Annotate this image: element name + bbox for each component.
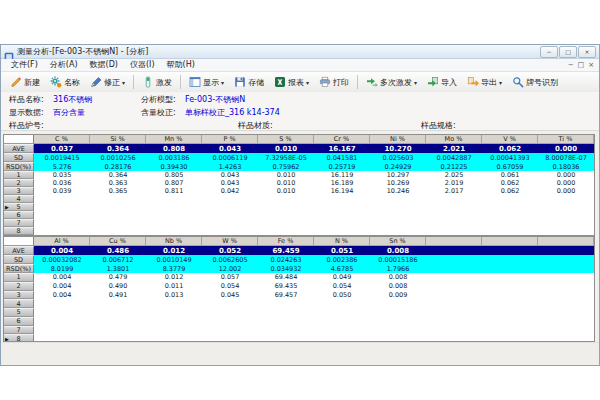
cell[interactable] xyxy=(146,227,202,235)
cell[interactable] xyxy=(482,219,538,227)
menu-item[interactable]: 分析(A) xyxy=(44,59,84,71)
column-header[interactable]: P % xyxy=(202,135,258,144)
cell[interactable] xyxy=(314,203,370,211)
cell[interactable]: 0.010 xyxy=(258,187,314,195)
cell[interactable] xyxy=(202,203,258,211)
row-header[interactable]: 8▶ xyxy=(4,334,34,342)
cell[interactable] xyxy=(90,317,146,326)
cell[interactable]: 1.4263 xyxy=(202,162,258,171)
toolbar-button-export[interactable]: 导出▾ xyxy=(462,73,507,92)
cell[interactable]: 0.75962 xyxy=(258,162,314,171)
cell[interactable] xyxy=(482,282,538,291)
cell[interactable] xyxy=(202,326,258,335)
cell[interactable]: 1.7966 xyxy=(370,264,426,273)
cell[interactable] xyxy=(90,211,146,219)
row-header[interactable]: SD xyxy=(4,255,34,264)
cell[interactable] xyxy=(482,227,538,235)
mdi-close-button[interactable]: × xyxy=(588,60,594,71)
row-header[interactable]: 2 xyxy=(4,179,34,187)
row-header[interactable]: 6 xyxy=(4,317,34,326)
cell[interactable]: 0.062 xyxy=(482,144,538,153)
cell[interactable] xyxy=(482,317,538,326)
cell[interactable] xyxy=(202,317,258,326)
cell[interactable] xyxy=(258,211,314,219)
cell[interactable] xyxy=(34,203,90,211)
cell[interactable]: 0.054 xyxy=(202,282,258,291)
cell[interactable]: 0.036 xyxy=(34,179,90,187)
row-header[interactable]: 5 xyxy=(4,308,34,317)
cell[interactable]: 0.24929 xyxy=(370,162,426,171)
toolbar-button-pencil[interactable]: 新建 xyxy=(5,73,45,92)
cell[interactable]: 69.484 xyxy=(258,273,314,282)
cell[interactable] xyxy=(34,299,90,308)
cell[interactable] xyxy=(538,282,594,291)
row-header[interactable]: 3 xyxy=(4,291,34,300)
column-header[interactable]: Sn % xyxy=(370,237,426,246)
cell[interactable]: 0.004 xyxy=(34,291,90,300)
cell[interactable]: 0.00032082 xyxy=(34,255,90,264)
row-header[interactable]: AVE xyxy=(4,144,34,153)
cell[interactable] xyxy=(34,334,90,342)
cell[interactable]: 0.25719 xyxy=(314,162,370,171)
column-header[interactable]: Mo % xyxy=(426,135,482,144)
cell[interactable]: 0.000 xyxy=(538,187,594,195)
toolbar-button-multi-excitation[interactable]: 多次激发▾ xyxy=(361,73,422,92)
cell[interactable]: 0.054 xyxy=(314,282,370,291)
row-header[interactable]: 1 xyxy=(4,171,34,179)
cell[interactable]: 0.034932 xyxy=(258,264,314,273)
cell[interactable]: 16.194 xyxy=(314,187,370,195)
cell[interactable] xyxy=(426,203,482,211)
cell[interactable] xyxy=(314,211,370,219)
column-header[interactable]: W % xyxy=(202,237,258,246)
cell[interactable]: 8.0199 xyxy=(34,264,90,273)
cell[interactable] xyxy=(370,195,426,203)
cell[interactable]: 0.479 xyxy=(90,273,146,282)
cell[interactable] xyxy=(538,264,594,273)
cell[interactable] xyxy=(538,317,594,326)
cell[interactable] xyxy=(34,317,90,326)
cell[interactable] xyxy=(258,203,314,211)
cell[interactable]: 0.365 xyxy=(90,187,146,195)
cell[interactable] xyxy=(90,227,146,235)
cell[interactable]: 0.013 xyxy=(146,291,202,300)
cell[interactable] xyxy=(314,326,370,335)
cell[interactable] xyxy=(538,219,594,227)
cell[interactable] xyxy=(314,219,370,227)
cell[interactable] xyxy=(538,195,594,203)
cell[interactable] xyxy=(90,203,146,211)
cell[interactable]: 0.052 xyxy=(202,246,258,255)
cell[interactable]: 2.017 xyxy=(426,187,482,195)
cell[interactable] xyxy=(426,255,482,264)
cell[interactable] xyxy=(426,264,482,273)
cell[interactable] xyxy=(482,308,538,317)
cell[interactable]: 0.21225 xyxy=(426,162,482,171)
cell[interactable]: 0.012 xyxy=(146,273,202,282)
column-header[interactable] xyxy=(426,237,482,246)
cell[interactable] xyxy=(34,219,90,227)
cell[interactable]: 8.3779 xyxy=(146,264,202,273)
cell[interactable]: 16.167 xyxy=(314,144,370,153)
row-header[interactable]: 7 xyxy=(4,326,34,335)
cell[interactable]: 2.025 xyxy=(426,171,482,179)
cell[interactable] xyxy=(482,195,538,203)
cell[interactable]: 0.364 xyxy=(90,144,146,153)
cell[interactable] xyxy=(314,227,370,235)
cell[interactable] xyxy=(202,219,258,227)
cell[interactable] xyxy=(538,299,594,308)
cell[interactable] xyxy=(426,219,482,227)
cell[interactable] xyxy=(314,308,370,317)
cell[interactable] xyxy=(90,326,146,335)
row-header[interactable]: 4 xyxy=(4,195,34,203)
close-button[interactable]: × xyxy=(578,46,596,58)
toolbar-button-correction-pen[interactable]: 修正▾ xyxy=(85,73,130,92)
cell[interactable] xyxy=(538,255,594,264)
cell[interactable]: 0.0010256 xyxy=(90,153,146,162)
cell[interactable]: 0.050 xyxy=(314,291,370,300)
toolbar-button-excitation-vial[interactable]: 激发 xyxy=(137,73,177,92)
column-header[interactable] xyxy=(538,237,594,246)
cell[interactable]: 0.042 xyxy=(202,187,258,195)
cell[interactable]: 0.003186 xyxy=(146,153,202,162)
cell[interactable] xyxy=(258,227,314,235)
cell[interactable]: 0.004 xyxy=(34,273,90,282)
cell[interactable] xyxy=(258,308,314,317)
